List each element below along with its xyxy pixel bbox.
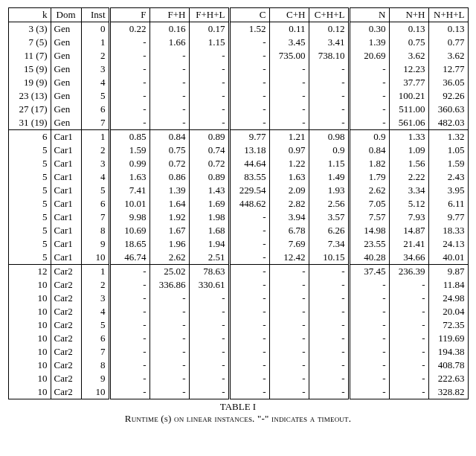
cell-CHL: - [309,345,349,359]
cell-FHL: 0.17 [189,22,229,36]
cell-C: 83.55 [229,170,269,184]
cell-CH: - [269,305,309,318]
cell-C: 229.54 [229,184,269,197]
cell-CH: 1.21 [269,130,309,144]
table-row: 7 (5)Gen1-1.661.15-3.453.411.390.750.77 [8,36,468,49]
table-row: 31 (19)Gen7-------561.06482.03 [8,116,468,130]
cell-C: - [229,372,269,385]
cell-CHL: - [309,89,349,103]
cell-dom: Car1 [51,211,81,224]
cell-N: - [349,359,389,372]
cell-FH: - [149,76,189,89]
cell-CH: - [269,62,309,76]
cell-k: 10 [8,318,51,332]
cell-F: 0.99 [109,157,149,170]
table-row: 5Car157.411.391.43229.542.091.932.623.34… [8,184,468,197]
cell-inst: 5 [81,184,109,197]
cell-k: 10 [8,345,51,359]
cell-k: 15 (9) [8,62,51,76]
cell-CHL: 0.12 [309,22,349,36]
cell-N: 2.62 [349,184,389,197]
cell-NH: 236.39 [389,265,428,279]
table-row: 23 (13)Gen5-------100.2192.26 [8,89,468,103]
cell-k: 10 [8,292,51,305]
cell-dom: Gen [51,62,81,76]
cell-dom: Car2 [51,318,81,332]
cell-FH: - [149,103,189,116]
cell-CHL: - [309,265,349,279]
cell-NHL: 2.43 [428,170,468,184]
cell-dom: Gen [51,36,81,49]
cell-NHL: 408.78 [428,359,468,372]
cell-CH: 0.97 [269,144,309,157]
cell-CH: - [269,372,309,385]
cell-FH: - [149,345,189,359]
cell-C: 1.52 [229,22,269,36]
cell-dom: Gen [51,89,81,103]
table-row: 10Car24--------20.04 [8,305,468,318]
table-row: 10Car23--------24.98 [8,292,468,305]
cell-FH: 0.75 [149,144,189,157]
cell-C: - [229,278,269,292]
cell-FHL: 0.89 [189,130,229,144]
cell-FH: 1.92 [149,211,189,224]
cell-k: 5 [8,251,51,265]
cell-NHL: 1.32 [428,130,468,144]
cell-N: 0.9 [349,130,389,144]
cell-NH: - [389,385,428,399]
cell-C: - [229,36,269,49]
cell-dom: Car1 [51,144,81,157]
cell-NHL: 3.95 [428,184,468,197]
cell-FH: 1.66 [149,36,189,49]
cell-C: - [229,305,269,318]
cell-k: 12 [8,265,51,279]
cell-FH: 1.64 [149,197,189,211]
cell-dom: Car1 [51,170,81,184]
cell-FH: 1.96 [149,237,189,251]
cell-CH: 735.00 [269,49,309,62]
cell-F: - [109,305,149,318]
cell-F: - [109,36,149,49]
cell-NHL: 18.33 [428,224,468,237]
cell-k: 3 (3) [8,22,51,36]
cell-inst: 4 [81,305,109,318]
cell-NH: 21.41 [389,237,428,251]
cell-CH: - [269,318,309,332]
cell-FHL: - [189,89,229,103]
table-row: 10Car29--------222.63 [8,372,468,385]
cell-NHL: 328.82 [428,385,468,399]
cell-N: 0.30 [349,22,389,36]
cell-F: - [109,62,149,76]
cell-k: 5 [8,144,51,157]
cell-inst: 6 [81,197,109,211]
cell-dom: Car1 [51,157,81,170]
cell-k: 5 [8,197,51,211]
cell-inst: 1 [81,265,109,279]
cell-C: 9.77 [229,130,269,144]
cell-F: - [109,332,149,345]
table-row: 5Car141.630.860.8983.551.631.491.792.222… [8,170,468,184]
cell-NH: 1.09 [389,144,428,157]
cell-NHL: 40.01 [428,251,468,265]
cell-N: 20.69 [349,49,389,62]
cell-C: - [229,332,269,345]
cell-N: - [349,372,389,385]
table-row: 5Car130.990.720.7244.641.221.151.821.561… [8,157,468,170]
cell-N: - [349,345,389,359]
cell-k: 10 [8,305,51,318]
cell-CHL: - [309,359,349,372]
cell-inst: 2 [81,49,109,62]
cell-dom: Car2 [51,345,81,359]
hdr-F: F [109,8,149,22]
table-row: 10Car210--------328.82 [8,385,468,399]
cell-N: 23.55 [349,237,389,251]
cell-C: 13.18 [229,144,269,157]
cell-dom: Car1 [51,197,81,211]
cell-N: 1.79 [349,170,389,184]
cell-dom: Car1 [51,237,81,251]
cell-F: - [109,278,149,292]
cell-N: - [349,116,389,130]
cell-FH: 0.72 [149,157,189,170]
cell-inst: 3 [81,157,109,170]
hdr-NHL: N+H+L [428,8,468,22]
